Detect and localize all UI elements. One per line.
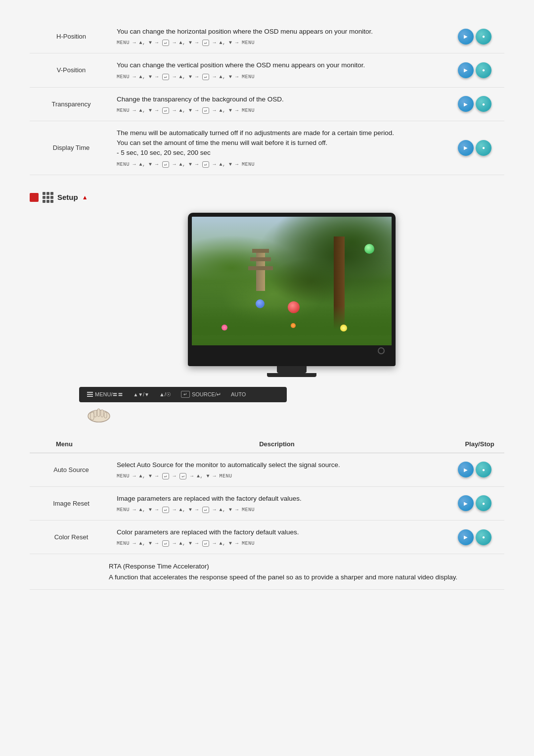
table-row: V-Position You can change the vertical p… [30,53,504,87]
menu-label: Auto Source [30,453,113,487]
monitor-stand-neck [277,366,307,373]
monitor-frame [188,213,396,377]
red-lantern [288,301,300,313]
auto-control: AUTO [231,391,246,397]
setup-arrow: ▲ [82,194,88,201]
menu-desc: You can change the horizontal position w… [113,20,445,53]
play-stop-cell [445,121,504,175]
menu-desc: You can change the vertical position whe… [113,53,445,87]
menu-desc: Image parameters are replaced with the f… [113,486,445,520]
table-row: Image Reset Image parameters are replace… [30,486,504,520]
auto-label: AUTO [231,391,246,397]
control-bar: MENU/〓〓 ▲▼/▼ ▲/☉ ↵ SOURCE/↵ AUTO [79,387,287,402]
setup-table-headers: Menu Description Play/Stop [30,435,504,453]
flower3 [340,325,347,331]
table-row: H-Position You can change the horizontal… [30,20,504,53]
play-stop-cell [445,53,504,87]
play-button[interactable] [458,140,474,156]
pagoda-roof2 [250,257,271,261]
menu-control-label: MENU/〓〓 [95,391,123,398]
col-header-play: Play/Stop [455,440,504,448]
monitor-bottom-bar [192,345,392,356]
rta-section: RTA (Response Time Accelerator) A functi… [30,554,504,590]
stop-button[interactable] [476,495,491,511]
arrows-control: ▲▼/▼ [133,392,149,397]
svg-rect-1 [94,410,96,417]
stop-button[interactable] [476,96,491,112]
menu-desc: Change the transparency of the backgroun… [113,87,445,121]
monitor-illustration [79,213,504,377]
green-lantern [364,244,374,254]
menu-lines-icon [87,392,93,397]
flower2 [291,323,296,328]
rta-desc: A function that accelerates the response… [109,572,500,583]
svg-rect-5 [90,412,94,420]
stop-button[interactable] [476,529,491,545]
monitor-stand-base [267,373,316,377]
setup-red-icon [30,193,39,202]
play-button[interactable] [458,529,474,545]
menu-control: MENU/〓〓 [87,391,123,398]
monitor-screen-outer [188,213,396,366]
setup-header: Setup ▲ [30,190,504,205]
monitor-screen [192,217,392,345]
menu-desc: Select Auto Source for the monitor to au… [113,453,445,487]
menu-label: Display Time [30,121,113,175]
col-header-desc: Description [99,440,455,448]
stop-button[interactable] [476,462,491,477]
play-stop-cell [445,486,504,520]
play-button[interactable] [458,462,474,477]
pagoda-roof3 [248,266,273,270]
source-label: SOURCE/↵ [192,391,221,398]
power-button-indicator [378,347,385,354]
menu-desc: The menu will be automatically turned of… [113,121,445,175]
table-row: Transparency Change the transparency of … [30,87,504,121]
menu-label: Color Reset [30,520,113,554]
hand-pointer-area [79,405,287,425]
play-stop-cell [445,453,504,487]
menu-label: Image Reset [30,486,113,520]
play-button[interactable] [458,29,474,45]
svg-rect-4 [104,412,107,418]
enter-icon: ↵ [181,391,190,398]
play-button[interactable] [458,96,474,112]
adjust-label: ▲/☉ [159,391,171,398]
stop-button[interactable] [476,140,491,156]
svg-rect-3 [101,410,103,417]
play-button[interactable] [458,62,474,78]
flower1 [222,325,227,331]
source-control: ↵ SOURCE/↵ [181,391,221,398]
table-row: Color Reset Color parameters are replace… [30,520,504,554]
blue-lantern [256,299,265,308]
play-button[interactable] [458,495,474,511]
setup-menu-table: Auto Source Select Auto Source for the m… [30,453,504,555]
col-header-menu: Menu [30,440,99,448]
table-row: Auto Source Select Auto Source for the m… [30,453,504,487]
menu-desc: Color parameters are replaced with the f… [113,520,445,554]
setup-grid-icon [43,192,53,203]
table-row: Display Time The menu will be automatica… [30,121,504,175]
adjust-control: ▲/☉ [159,391,171,398]
pagoda-roof1 [252,249,269,253]
svg-rect-2 [97,409,100,417]
stop-button[interactable] [476,29,491,45]
play-stop-cell [445,520,504,554]
control-bar-container: MENU/〓〓 ▲▼/▼ ▲/☉ ↵ SOURCE/↵ AUTO [79,387,287,425]
setup-title: Setup [57,193,78,201]
arrows-icon: ▲▼/▼ [133,392,149,397]
menu-label: V-Position [30,53,113,87]
menu-label: H-Position [30,20,113,53]
rta-title: RTA (Response Time Accelerator) [109,561,500,572]
play-stop-cell [445,87,504,121]
stop-button[interactable] [476,62,491,78]
hand-pointer-icon [84,405,114,424]
play-stop-cell [445,20,504,53]
menu-label: Transparency [30,87,113,121]
osd-menu-table: H-Position You can change the horizontal… [30,20,504,175]
